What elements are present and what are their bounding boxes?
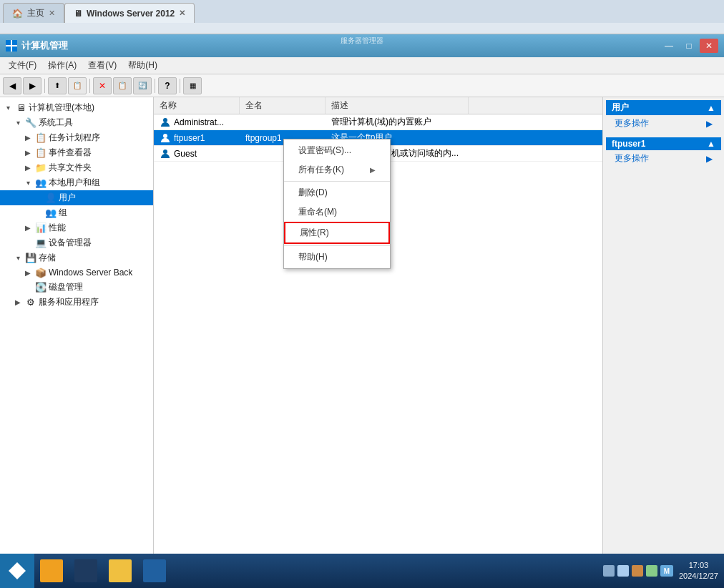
home-tab-close[interactable]: ✕	[49, 9, 55, 18]
svg-point-5	[163, 134, 167, 138]
view-button[interactable]: ▦	[183, 77, 202, 94]
actions-more-ftp[interactable]: 更多操作 ▶	[606, 150, 721, 167]
show-hide-button[interactable]: 📋	[68, 77, 87, 94]
tree-performance[interactable]: ▶ 📊 性能	[0, 220, 153, 235]
svg-point-4	[163, 118, 167, 122]
toolbar: ◀ ▶ ⬆ 📋 ✕ 📋 🔄 ? ▦	[0, 74, 724, 97]
help-button[interactable]: ?	[158, 77, 177, 94]
taskbar-server-manager[interactable]	[137, 554, 172, 588]
storage-label: 存储	[39, 252, 56, 264]
taskbar-cmd[interactable]	[69, 554, 103, 588]
admin-user-icon	[160, 117, 171, 128]
ctx-delete[interactable]: 删除(D)	[284, 183, 390, 202]
event-viewer-label: 事件查看器	[49, 147, 92, 159]
col-header-fullname[interactable]: 全名	[240, 97, 326, 114]
up-button[interactable]: ⬆	[48, 77, 67, 94]
toggle-services: ▶	[13, 298, 23, 308]
forward-button[interactable]: ▶	[23, 77, 41, 94]
ctx-rename[interactable]: 重命名(M)	[284, 202, 390, 222]
taskbar-time: 17:03 2024/12/27	[679, 560, 718, 582]
toggle-local-users: ▾	[23, 178, 33, 188]
toggle-system-tools: ▾	[13, 118, 23, 128]
sidebar: ▾ 🖥 计算机管理(本地) ▾ 🔧 系统工具 ▶ 📋 任务计划程序 ▶ 📋 事件…	[0, 97, 154, 571]
actions-collapse-users[interactable]: ▲	[707, 103, 715, 113]
tree-event-viewer[interactable]: ▶ 📋 事件查看器	[0, 145, 153, 160]
menu-help[interactable]: 帮助(H)	[122, 58, 163, 73]
back-button[interactable]: ◀	[3, 77, 21, 94]
tray-icon-4	[646, 565, 657, 577]
backup-label: Windows Server Back	[49, 268, 132, 278]
tab-home[interactable]: 🏠 主页 ✕	[3, 3, 64, 23]
tree-storage[interactable]: ▾ 💾 存储	[0, 250, 153, 265]
disk-mgmt-label: 磁盘管理	[49, 281, 83, 293]
toggle-computer-mgmt: ▾	[3, 103, 13, 113]
window-titlebar: 服务器管理器 计算机管理 — □ ✕	[0, 34, 724, 57]
folder-icon	[109, 559, 132, 582]
ctx-properties[interactable]: 属性(R)	[284, 222, 390, 244]
home-tab-label: 主页	[27, 7, 44, 19]
actions-section-users: 用户 ▲ 更多操作 ▶	[606, 100, 721, 132]
tree-device-manager[interactable]: 💻 设备管理器	[0, 235, 153, 250]
toolbar-sep-2	[89, 79, 90, 93]
context-menu: 设置密码(S)... 所有任务(K) ▶ 删除(D) 重命名(M) 属性(R) …	[283, 139, 391, 269]
toolbar-sep-1	[44, 79, 45, 93]
ftp-user-icon	[160, 132, 171, 144]
svg-rect-3	[12, 46, 17, 52]
menu-view[interactable]: 查看(V)	[82, 58, 122, 73]
taskbar-items	[34, 554, 597, 588]
menubar: 文件(F) 操作(A) 查看(V) 帮助(H)	[0, 57, 724, 74]
services-icon: ⚙	[25, 297, 36, 308]
tree-local-users-groups[interactable]: ▾ 👥 本地用户和组	[0, 175, 153, 190]
browser-tabs: 🏠 主页 ✕ 🖥 Windows Server 2012 ✕	[0, 0, 724, 23]
storage-icon: 💾	[25, 253, 36, 264]
tree-users[interactable]: 👤 用户	[0, 190, 153, 205]
tree-task-scheduler[interactable]: ▶ 📋 任务计划程序	[0, 130, 153, 145]
main-window: 服务器管理器 计算机管理 — □ ✕ 文件(F) 操作(A) 查看(V) 帮助(…	[0, 34, 724, 588]
tree-computer-management[interactable]: ▾ 🖥 计算机管理(本地)	[0, 100, 153, 115]
taskbar: M 17:03 2024/12/27	[0, 554, 724, 588]
browser-chrome: 🏠 主页 ✕ 🖥 Windows Server 2012 ✕	[0, 0, 724, 34]
actions-collapse-ftp[interactable]: ▲	[707, 139, 715, 149]
ctx-all-tasks[interactable]: 所有任务(K) ▶	[284, 160, 390, 180]
file-explorer-icon	[40, 559, 63, 582]
props-button[interactable]: 📋	[113, 77, 132, 94]
delete-button[interactable]: ✕	[93, 77, 112, 94]
toggle-storage: ▾	[13, 253, 23, 263]
tree-disk-management[interactable]: 💽 磁盘管理	[0, 280, 153, 295]
ctx-help[interactable]: 帮助(H)	[284, 248, 390, 267]
actions-more-users[interactable]: 更多操作 ▶	[606, 115, 721, 132]
refresh-button[interactable]: 🔄	[133, 77, 152, 94]
actions-title-users: 用户 ▲	[606, 100, 721, 115]
time-display: 17:03	[679, 560, 718, 571]
col-header-desc[interactable]: 描述	[326, 97, 469, 114]
table-header: 名称 全名 描述	[154, 97, 602, 114]
browser-toolbar	[0, 23, 724, 34]
date-display: 2024/12/27	[679, 571, 718, 582]
tree-shared-folders[interactable]: ▶ 📁 共享文件夹	[0, 160, 153, 175]
computer-icon: 🖥	[15, 102, 26, 114]
taskbar-folder[interactable]	[103, 554, 137, 588]
toggle-disk-mgmt	[23, 283, 33, 293]
ctx-set-password[interactable]: 设置密码(S)...	[284, 141, 390, 160]
tab-windows-server[interactable]: 🖥 Windows Server 2012 ✕	[64, 3, 195, 23]
table-row[interactable]: Administrat... 管理计算机(域)的内置账户	[154, 114, 602, 130]
tree-groups[interactable]: 👥 组	[0, 205, 153, 220]
start-button[interactable]	[0, 554, 34, 588]
col-header-name[interactable]: 名称	[154, 97, 240, 114]
ctx-separator	[284, 181, 390, 182]
tree-system-tools[interactable]: ▾ 🔧 系统工具	[0, 115, 153, 130]
ctx-separator-2	[284, 245, 390, 246]
tree-windows-backup[interactable]: ▶ 📦 Windows Server Back	[0, 265, 153, 280]
server-tab-icon: 🖥	[74, 9, 82, 19]
taskbar-file-explorer[interactable]	[34, 554, 69, 588]
tree-services-apps[interactable]: ▶ ⚙ 服务和应用程序	[0, 295, 153, 310]
menu-file[interactable]: 文件(F)	[3, 58, 42, 73]
menu-action[interactable]: 操作(A)	[42, 58, 82, 73]
cell-desc-admin: 管理计算机(域)的内置账户	[326, 116, 469, 128]
tray-icons: M	[603, 565, 673, 577]
tray-icon-3	[632, 565, 643, 577]
toggle-performance: ▶	[23, 223, 33, 233]
server-manager-label: 服务器管理器	[0, 36, 724, 46]
toolbar-sep-3	[155, 79, 155, 93]
server-tab-close[interactable]: ✕	[179, 9, 185, 18]
